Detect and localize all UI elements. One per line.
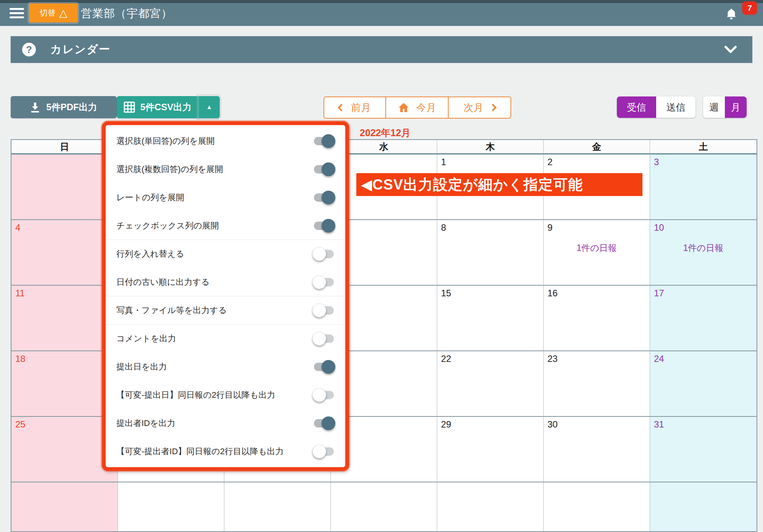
csv-option-label: チェックボックス列の展開	[116, 220, 219, 231]
send-tab[interactable]: 送信	[656, 96, 695, 118]
date-number: 4	[15, 222, 20, 233]
toggle-switch-9[interactable]	[314, 391, 334, 399]
toggle-switch-1[interactable]	[314, 165, 334, 174]
date-number: 18	[15, 354, 26, 364]
calendar-cell[interactable]: 91件の日報	[544, 220, 650, 286]
csv-option-label: 提出者IDを出力	[116, 418, 175, 429]
receive-tab[interactable]: 受信	[617, 96, 656, 118]
calendar-cell[interactable]: 23	[544, 351, 650, 417]
toggle-knob	[322, 416, 335, 430]
date-number: 22	[441, 354, 451, 364]
date-number: 9	[547, 222, 552, 233]
switch-button[interactable]: 切替 △	[29, 3, 78, 23]
csv-option-label: レートの列を展開	[116, 192, 184, 203]
date-number: 2	[547, 157, 552, 167]
app-bar: 切替 △ 営業部（宇都宮） 7	[0, 0, 763, 26]
csv-option-row: 日付の古い順に出力する	[106, 268, 345, 296]
csv-option-label: 選択肢(単回答)の列を展開	[116, 135, 215, 147]
csv-option-row: 【可変-提出者ID】同日報の2行目以降も出力	[106, 437, 345, 466]
weekday-header-6: 土	[650, 140, 757, 154]
toggle-switch-10[interactable]	[314, 419, 334, 428]
date-number: 31	[654, 419, 664, 430]
toggle-knob	[322, 162, 335, 176]
prev-month-button[interactable]: 前月	[324, 96, 386, 119]
calendar-cell[interactable]	[331, 482, 437, 532]
pdf-export-button[interactable]: 5件PDF出力	[11, 96, 117, 118]
triangle-up-icon: ▲	[206, 104, 212, 111]
chevron-left-icon	[338, 104, 345, 111]
toggle-switch-11[interactable]	[314, 447, 334, 456]
csv-option-label: 写真・ファイル等を出力する	[116, 305, 227, 316]
csv-option-row: 【可変-提出日】同日報の2行目以降も出力	[106, 381, 345, 409]
daily-report-link[interactable]: 1件の日報	[544, 242, 650, 254]
toggle-knob	[322, 191, 335, 204]
csv-option-label: 行列を入れ替える	[116, 248, 184, 260]
week-view-tab[interactable]: 週	[703, 96, 725, 118]
csv-export-label: 5件CSV出力	[140, 101, 192, 113]
home-icon	[398, 102, 409, 113]
chevron-right-icon	[489, 104, 497, 111]
date-number: 29	[441, 419, 451, 430]
current-month-label: 今月	[416, 101, 436, 114]
toggle-switch-3[interactable]	[314, 222, 334, 230]
calendar-cell[interactable]: 30	[544, 417, 650, 482]
chevron-down-icon[interactable]	[724, 45, 737, 54]
date-number: 17	[654, 288, 664, 299]
calendar-cell[interactable]	[224, 482, 331, 532]
date-number: 23	[547, 354, 558, 364]
csv-option-row: レートの列を展開	[106, 183, 345, 212]
date-number: 8	[441, 222, 446, 233]
csv-option-row: チェックボックス列の展開	[106, 212, 345, 240]
csv-export-button[interactable]: 5件CSV出力	[117, 96, 198, 118]
download-icon	[30, 102, 40, 113]
calendar-cell[interactable]: 31	[650, 417, 757, 482]
toggle-switch-4[interactable]	[314, 250, 334, 258]
toggle-knob	[312, 304, 326, 317]
calendar-cell[interactable]: 16	[544, 286, 650, 351]
csv-option-row: 選択肢(複数回答)の列を展開	[106, 155, 345, 183]
calendar-cell[interactable]: 24	[650, 351, 757, 417]
toggle-switch-7[interactable]	[314, 334, 334, 343]
month-view-tab[interactable]: 月	[725, 96, 747, 118]
date-number: 10	[654, 222, 664, 233]
calendar-cell[interactable]	[118, 482, 224, 532]
help-icon[interactable]: ?	[22, 43, 36, 56]
daily-report-link[interactable]: 1件の日報	[650, 242, 757, 254]
calendar-cell[interactable]: 29	[437, 417, 544, 482]
calendar-cell[interactable]: 17	[650, 286, 757, 351]
toggle-knob	[312, 445, 326, 458]
csv-option-row: 提出日を出力	[106, 353, 345, 381]
calendar-cell[interactable]: 3	[650, 154, 757, 220]
csv-options-dropdown-button[interactable]: ▲	[198, 96, 220, 118]
toggle-knob	[312, 275, 326, 289]
toggle-switch-6[interactable]	[314, 306, 334, 315]
bell-icon[interactable]	[724, 6, 739, 22]
calendar-cell[interactable]	[544, 482, 650, 532]
menu-icon[interactable]	[10, 8, 24, 19]
toggle-switch-2[interactable]	[314, 193, 334, 202]
calendar-cell[interactable]	[650, 482, 757, 532]
next-month-button[interactable]: 次月	[448, 96, 511, 119]
week-month-toggle-group: 週 月	[703, 96, 747, 118]
page-title: 営業部（宇都宮）	[81, 6, 172, 21]
current-month-button[interactable]: 今月	[385, 96, 449, 119]
month-navigation: 前月 今月 次月	[324, 96, 511, 119]
calendar-cell[interactable]	[437, 482, 544, 532]
csv-option-label: 提出日を出力	[116, 361, 167, 373]
next-month-label: 次月	[464, 101, 483, 114]
date-number: 24	[654, 354, 664, 364]
toggle-knob	[322, 134, 335, 148]
calendar-cell[interactable]	[11, 482, 118, 532]
csv-option-row: 写真・ファイル等を出力する	[106, 296, 345, 325]
calendar-cell[interactable]: 15	[437, 286, 544, 351]
calendar-cell[interactable]: 101件の日報	[650, 220, 757, 286]
calendar-cell[interactable]: 8	[437, 220, 544, 286]
toggle-knob	[322, 360, 335, 374]
toggle-switch-8[interactable]	[314, 363, 334, 371]
calendar-cell[interactable]: 22	[437, 351, 544, 417]
date-number: 11	[15, 288, 25, 299]
weekday-header-5: 金	[544, 140, 650, 154]
toggle-switch-0[interactable]	[314, 137, 334, 145]
toggle-switch-5[interactable]	[314, 278, 334, 286]
pdf-export-label: 5件PDF出力	[46, 101, 97, 113]
